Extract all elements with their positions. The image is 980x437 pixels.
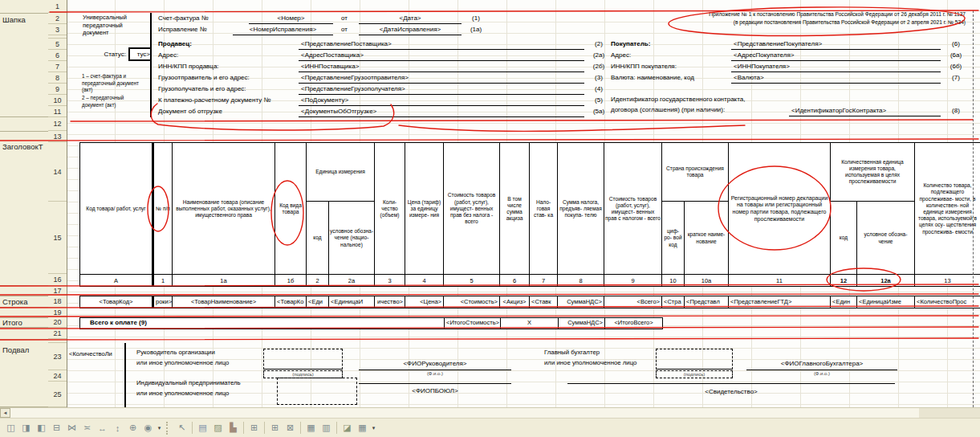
col-2-header[interactable]: код bbox=[307, 202, 329, 275]
col-id[interactable]: 1а bbox=[173, 275, 275, 286]
col-id[interactable]: 4 bbox=[405, 275, 444, 286]
col-11-header[interactable]: Регистрационный номер декларации на това… bbox=[729, 143, 831, 275]
totals-total-cell[interactable]: <ИтогоВсего> bbox=[604, 318, 662, 329]
row-number[interactable]: 19 bbox=[48, 308, 67, 317]
fit-column-width-icon[interactable]: ⋈ bbox=[64, 421, 79, 435]
col-id[interactable]: 6 bbox=[500, 275, 530, 286]
buyer-value-cell[interactable]: <ПредставлениеПокупателя> bbox=[731, 39, 941, 50]
accountant-label-line1[interactable]: Главный бухгалтер bbox=[544, 347, 600, 357]
select-pointer-icon[interactable]: ↖ bbox=[174, 421, 189, 435]
cell-summa-nds[interactable]: СуммаНДС> bbox=[558, 296, 604, 308]
table-settings-icon[interactable]: ▦ bbox=[355, 421, 370, 435]
row-number[interactable]: 17 bbox=[48, 286, 67, 296]
cell-trace-kolichestvo[interactable]: <КоличествоПрос bbox=[915, 296, 980, 308]
col-id[interactable]: 10а bbox=[685, 275, 729, 286]
accountant-signature-box[interactable] bbox=[656, 349, 733, 370]
col-2a-header[interactable]: условное обозна- чение (нацио- нальное) bbox=[329, 202, 374, 275]
view-options-lamp-icon[interactable]: ◉ bbox=[140, 421, 156, 435]
section-zagolovok[interactable]: ЗаголовокТ bbox=[0, 131, 48, 286]
cell-strana-kod[interactable]: <Стра bbox=[662, 296, 685, 308]
row-number[interactable]: 15 bbox=[48, 202, 67, 274]
cell-gtd[interactable]: <ПредставлениеГТД> bbox=[729, 296, 831, 308]
seller-address-cell[interactable]: <АдресПоставщика> bbox=[299, 50, 584, 61]
totals-tax-cell[interactable]: СуммаНДС> bbox=[558, 318, 604, 329]
row-number[interactable]: 12 bbox=[48, 117, 67, 131]
cell-kolichestvo[interactable]: ичество> bbox=[375, 296, 405, 308]
totals-cost-cell[interactable]: <ИтогоСтоимость> bbox=[444, 318, 500, 329]
correction-number-cell[interactable]: <НомерИсправления> bbox=[233, 24, 333, 35]
status-label[interactable]: Статус: bbox=[80, 49, 126, 60]
section-itogo[interactable]: Итого bbox=[0, 317, 48, 328]
totals-label[interactable]: Всего к оплате (9) bbox=[80, 318, 444, 329]
text-block-icon[interactable]: ▤ bbox=[195, 421, 210, 435]
merge-cells-icon[interactable]: ◫ bbox=[3, 421, 18, 435]
col-12a-header[interactable]: условное обозна- чение bbox=[857, 202, 914, 275]
fit-row-height-icon[interactable]: ≍ bbox=[79, 421, 95, 435]
col-id[interactable]: 2 bbox=[307, 275, 329, 286]
delete-range-icon[interactable]: ⊠ bbox=[283, 421, 298, 435]
row-number[interactable]: 24 bbox=[48, 370, 67, 382]
director-label-line2[interactable]: или иное уполномоченное лицо bbox=[136, 357, 229, 368]
cell-tovar-naimenovanie[interactable]: <ТоварНаименование> bbox=[173, 296, 275, 308]
row-number[interactable]: 20 bbox=[48, 317, 67, 328]
director-label-line1[interactable]: Руководитель организации bbox=[136, 347, 215, 357]
col-id[interactable]: 5 bbox=[444, 275, 500, 286]
entrepreneur-label-line2[interactable]: или иное уполномоченное лицо bbox=[136, 388, 229, 398]
col-a-header[interactable]: Код товара/ работ, услуг bbox=[80, 143, 152, 275]
row-number[interactable]: 14 bbox=[48, 142, 67, 202]
shipment-doc-label[interactable]: Документ об отгрузке bbox=[158, 106, 222, 117]
country-group-label[interactable]: Страна происхождения товара bbox=[662, 143, 728, 202]
col-id[interactable]: 13 bbox=[915, 275, 980, 286]
col-id[interactable]: 8 bbox=[558, 275, 604, 286]
col-7-header[interactable]: Нало- говая став- ка bbox=[530, 143, 558, 275]
row-number[interactable]: 2 bbox=[48, 13, 67, 24]
section-podval[interactable]: Подвал bbox=[0, 339, 48, 407]
row-number[interactable]: 5 bbox=[48, 39, 67, 50]
buyer-inn-label[interactable]: ИНН/КПП покупателя: bbox=[611, 61, 677, 72]
consignor-label[interactable]: Грузоотправитель и его адрес: bbox=[158, 72, 250, 84]
cell-strana-naimenovanie[interactable]: <Представл bbox=[685, 296, 729, 308]
invoice-number-label[interactable]: Счет-фактура № bbox=[158, 13, 208, 24]
col-id[interactable]: 10 bbox=[662, 275, 685, 286]
col-6-header[interactable]: В том числе сумма акциза bbox=[500, 143, 530, 275]
payment-doc-cell[interactable]: <ПоДокументу> bbox=[299, 95, 584, 106]
row-number[interactable]: 1 bbox=[48, 0, 67, 13]
section-stroka[interactable]: Строка bbox=[0, 296, 48, 308]
row-number[interactable]: 8 bbox=[48, 72, 67, 84]
accountant-fio-cell[interactable]: <ФИОГлавногоБухгалтера> bbox=[746, 358, 897, 370]
entrepreneur-fio-cell[interactable]: <ФИОПБОЮЛ> bbox=[359, 386, 511, 397]
seller-label[interactable]: Продавец: bbox=[158, 39, 192, 50]
totals-x-cell[interactable]: Х bbox=[500, 318, 558, 329]
row-number[interactable]: 18 bbox=[48, 296, 67, 308]
currency-cell[interactable]: <Валюта> bbox=[731, 72, 941, 84]
row-number[interactable]: 13 bbox=[48, 131, 67, 142]
horizontal-scrollbar[interactable]: ◄ bbox=[0, 407, 980, 419]
status-note-2[interactable]: 2 – передаточный документ (акт) bbox=[82, 95, 146, 108]
gov-contract-label-1[interactable]: Идентификатор государственного контракта… bbox=[611, 94, 745, 105]
seller-inn-cell[interactable]: <ИННПоставщика> bbox=[299, 61, 584, 72]
cell-edinica-kod[interactable]: <Еди bbox=[307, 296, 329, 308]
buyer-label[interactable]: Покупатель: bbox=[611, 39, 650, 50]
status-note-1[interactable]: 1 – счет-фактура и передаточный документ… bbox=[82, 73, 146, 94]
seller-value-cell[interactable]: <ПредставлениеПоставщика> bbox=[299, 39, 584, 50]
cell-trace-kod[interactable]: <Един bbox=[831, 296, 857, 308]
col-id[interactable]: 3 bbox=[375, 275, 405, 286]
col-1a-header[interactable]: Наименование товара (описание выполненны… bbox=[173, 143, 275, 275]
entrepreneur-label-line1[interactable]: Индивидуальный предприниматель bbox=[136, 378, 241, 388]
status-cell-selected[interactable]: тус> bbox=[128, 47, 152, 61]
cell-vsego[interactable]: <Всего> bbox=[604, 296, 662, 308]
consignee-label[interactable]: Грузополучатель и его адрес: bbox=[158, 84, 246, 95]
gov-contract-cell[interactable]: <ИдентификаторГосКонтракта> bbox=[789, 105, 941, 116]
row-number[interactable]: 21 bbox=[48, 328, 67, 339]
director-fio-cell[interactable]: <ФИОРуководителя> bbox=[359, 358, 511, 370]
col-id[interactable]: 7 bbox=[530, 275, 558, 286]
col-id[interactable]: 2а bbox=[329, 275, 375, 286]
entrepreneur-signature-box[interactable] bbox=[277, 378, 357, 405]
picture-block-icon[interactable]: ▨ bbox=[210, 421, 226, 435]
stretch-vertical-icon[interactable]: ↕ bbox=[110, 421, 125, 435]
grid-area-icon[interactable]: ▦ bbox=[303, 421, 319, 435]
sheets-count-cell[interactable]: <КоличествоЛи bbox=[69, 349, 124, 360]
col-4-header[interactable]: Цена (тариф) за единицу измере- ния bbox=[405, 143, 444, 275]
row-number[interactable]: 7 bbox=[48, 61, 67, 72]
cell-stoimost[interactable]: <Стоимость> bbox=[444, 296, 500, 308]
